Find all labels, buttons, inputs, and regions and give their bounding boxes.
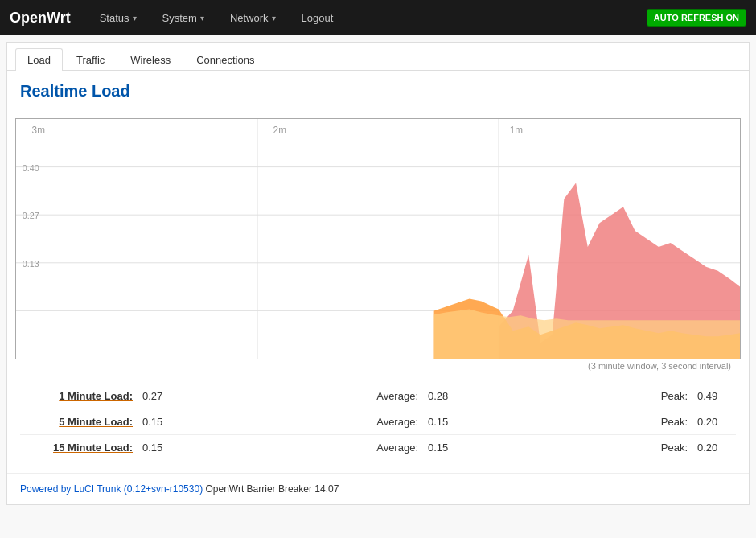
page-section: Realtime Load [7,71,749,118]
stat-5min-peak-value: 0.20 [688,416,736,428]
tab-bar: Load Traffic Wireless Connections [7,43,749,71]
nav-status[interactable]: Status ▾ [95,9,142,27]
stat-15min-avg-value: 0.15 [418,441,483,454]
stats-row-1min: 1 Minute Load: 0.27 Average: 0.28 Peak: … [20,384,736,409]
brand[interactable]: OpenWrt [10,10,71,27]
tab-wireless[interactable]: Wireless [118,48,183,71]
stat-1min-peak-label: Peak: [639,390,688,402]
stat-5min-avg-label: Average: [354,416,418,428]
nav-system[interactable]: System ▾ [158,9,209,27]
stats-row-5min: 5 Minute Load: 0.15 Average: 0.15 Peak: … [20,409,736,435]
stats-row-15min: 15 Minute Load: 0.15 Average: 0.15 Peak:… [20,435,736,460]
stat-1min-avg-label: Average: [354,390,418,402]
footer-suffix: OpenWrt Barrier Breaker 14.07 [203,483,339,495]
stat-15min-avg-label: Average: [354,441,418,454]
stat-15min-value: 0.15 [133,441,197,454]
svg-text:0.27: 0.27 [23,211,39,220]
nav-network[interactable]: Network ▾ [225,9,281,27]
tab-connections[interactable]: Connections [184,48,266,71]
realtime-chart: 3m 2m 1m 0.40 0.27 0.13 [15,118,741,359]
footer-link[interactable]: Powered by LuCI Trunk (0.12+svn-r10530) [20,483,203,495]
stat-5min-peak-label: Peak: [639,416,688,428]
stat-5min-label: 5 Minute Load: [20,416,133,428]
tab-traffic[interactable]: Traffic [64,48,117,71]
stat-15min-label: 15 Minute Load: [20,441,133,454]
stat-5min-avg-value: 0.15 [418,416,483,428]
status-dropdown-arrow: ▾ [133,14,137,23]
stat-1min-value: 0.27 [133,390,197,402]
stat-1min-avg-value: 0.28 [418,390,483,402]
chart-svg: 3m 2m 1m 0.40 0.27 0.13 [16,119,740,359]
stat-1min-peak-value: 0.49 [688,390,736,402]
stats-section: 1 Minute Load: 0.27 Average: 0.28 Peak: … [7,376,749,473]
svg-text:1m: 1m [510,125,523,136]
navbar: OpenWrt Status ▾ System ▾ Network ▾ Logo… [0,0,756,35]
stat-5min-value: 0.15 [133,416,197,428]
footer: Powered by LuCI Trunk (0.12+svn-r10530) … [7,473,749,504]
svg-text:3m: 3m [32,125,45,136]
svg-text:2m: 2m [273,125,286,136]
svg-text:0.40: 0.40 [23,163,39,173]
stat-1min-label: 1 Minute Load: [20,390,133,402]
network-dropdown-arrow: ▾ [272,14,276,23]
page-title: Realtime Load [20,82,736,101]
nav-logout[interactable]: Logout [297,9,339,27]
auto-refresh-badge[interactable]: AUTO REFRESH ON [647,9,746,27]
svg-text:0.13: 0.13 [23,259,39,269]
chart-window-label: (3 minute window, 3 second interval) [15,359,741,376]
stat-15min-peak-label: Peak: [639,441,688,454]
stat-15min-peak-value: 0.20 [688,441,736,454]
tab-load[interactable]: Load [15,48,63,71]
main-content: Load Traffic Wireless Connections Realti… [6,42,750,505]
system-dropdown-arrow: ▾ [200,14,204,23]
